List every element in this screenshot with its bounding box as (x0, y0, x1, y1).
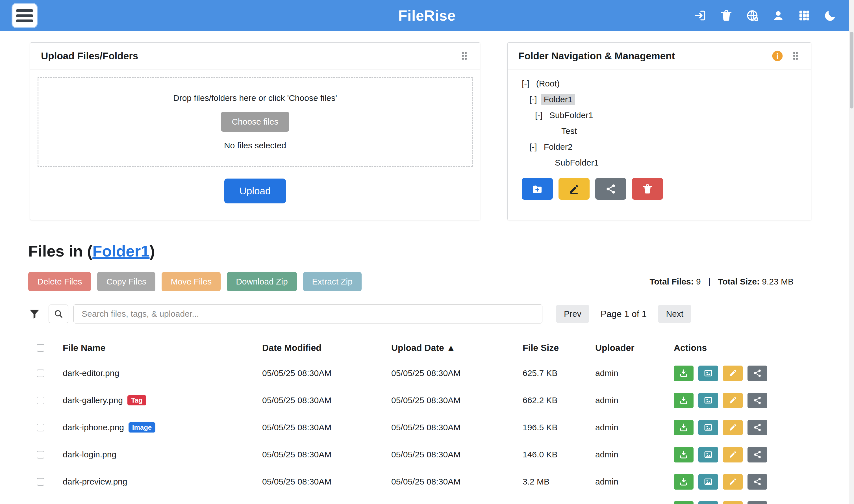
row-checkbox[interactable] (37, 370, 44, 377)
preview-image-icon[interactable] (698, 474, 718, 490)
tree-toggle[interactable]: [-] (522, 79, 529, 88)
row-checkbox[interactable] (37, 478, 44, 486)
file-dropzone[interactable]: Drop files/folders here or click 'Choose… (38, 77, 473, 167)
next-page-button[interactable]: Next (658, 305, 691, 323)
tree-label-root[interactable]: (Root) (533, 78, 562, 89)
upload-card-title: Upload Files/Folders (41, 50, 460, 61)
share-folder-button[interactable] (595, 178, 626, 200)
tree-toggle[interactable]: [-] (535, 110, 543, 120)
preview-image-icon[interactable] (698, 365, 718, 381)
menu-icon[interactable] (13, 4, 37, 27)
search-icon (54, 309, 63, 319)
move-files-button[interactable]: Move Files (162, 272, 221, 291)
page-scrollbar[interactable] (849, 0, 854, 504)
download-icon[interactable] (674, 447, 693, 463)
select-all-checkbox[interactable] (37, 344, 44, 352)
header-icon-group (693, 9, 837, 22)
edit-icon[interactable] (723, 393, 743, 408)
uploader: admin (595, 368, 674, 378)
share-icon[interactable] (747, 501, 767, 504)
totals-separator: | (708, 277, 710, 286)
create-folder-button[interactable] (522, 178, 553, 200)
copy-files-button[interactable]: Copy Files (97, 272, 156, 291)
share-icon[interactable] (747, 474, 767, 490)
date-modified: 05/05/25 08:30AM (262, 422, 391, 432)
tree-toggle[interactable]: [-] (529, 95, 537, 104)
preview-image-icon[interactable] (698, 420, 718, 435)
choose-files-button[interactable]: Choose files (221, 112, 289, 132)
share-globe-icon[interactable] (746, 9, 759, 22)
share-icon[interactable] (747, 393, 767, 408)
edit-icon[interactable] (723, 365, 743, 381)
download-zip-button[interactable]: Download Zip (227, 272, 297, 291)
folder-action-buttons (522, 178, 811, 200)
edit-icon[interactable] (723, 447, 743, 463)
date-modified: 05/05/25 08:30AM (262, 450, 391, 460)
folder-card: Folder Navigation & Management [-] (Root… (507, 42, 811, 220)
grid-view-icon[interactable] (798, 9, 811, 22)
rename-folder-button[interactable] (559, 178, 589, 200)
edit-icon[interactable] (723, 420, 743, 435)
scrollbar-thumb[interactable] (850, 32, 853, 108)
download-icon[interactable] (674, 365, 693, 381)
prev-page-button[interactable]: Prev (556, 305, 589, 323)
row-checkbox[interactable] (37, 397, 44, 404)
download-icon[interactable] (674, 474, 693, 490)
share-icon[interactable] (747, 447, 767, 463)
col-upload-date[interactable]: Upload Date ▲ (391, 343, 523, 353)
tree-label-subfolder1[interactable]: SubFolder1 (547, 110, 596, 121)
user-icon[interactable] (771, 9, 785, 22)
sign-in-icon[interactable] (693, 9, 707, 22)
upload-button[interactable]: Upload (224, 179, 286, 203)
file-size: 625.7 KB (523, 368, 595, 378)
dropzone-text: Drop files/folders here or click 'Choose… (173, 93, 337, 103)
upload-card-body: Drop files/folders here or click 'Choose… (30, 70, 480, 203)
upload-date: 05/05/25 08:30AM (391, 396, 523, 405)
col-uploader[interactable]: Uploader (595, 343, 674, 353)
delete-files-button[interactable]: Delete Files (28, 272, 91, 291)
col-file-size[interactable]: File Size (523, 343, 595, 353)
drag-handle-icon[interactable] (460, 50, 469, 62)
tree-label-folder2[interactable]: Folder2 (541, 141, 576, 152)
row-checkbox[interactable] (37, 424, 44, 431)
tree-item-test: Test (508, 123, 811, 139)
trash-icon[interactable] (720, 9, 733, 22)
dark-mode-icon[interactable] (823, 9, 837, 22)
row-checkbox[interactable] (37, 451, 44, 458)
upload-date: 05/05/25 08:30AM (391, 422, 523, 432)
col-date-modified[interactable]: Date Modified (262, 343, 391, 353)
upload-card-header: Upload Files/Folders (30, 43, 480, 70)
extract-zip-button[interactable]: Extract Zip (303, 272, 362, 291)
drag-handle-icon[interactable] (791, 50, 800, 62)
preview-image-icon[interactable] (698, 501, 718, 504)
table-header-row: File Name Date Modified Upload Date ▲ Fi… (28, 336, 812, 360)
folder-card-title: Folder Navigation & Management (519, 50, 771, 61)
tree-item-folder1: [-] Folder1 (508, 92, 811, 107)
col-file-name[interactable]: File Name (63, 343, 262, 353)
edit-icon[interactable] (723, 501, 743, 504)
share-icon[interactable] (747, 420, 767, 435)
edit-icon[interactable] (723, 474, 743, 490)
search-button[interactable] (49, 305, 68, 323)
preview-image-icon[interactable] (698, 393, 718, 408)
info-icon[interactable] (771, 50, 783, 62)
download-icon[interactable] (674, 393, 693, 408)
row-actions (674, 447, 812, 463)
share-icon[interactable] (747, 365, 767, 381)
tree-item-folder2: [-] Folder2 (508, 139, 811, 155)
tree-label-folder1[interactable]: Folder1 (541, 94, 576, 105)
file-name: dark-editor.png (63, 368, 119, 378)
delete-folder-button[interactable] (632, 178, 663, 200)
upload-date: 05/05/25 08:30AM (391, 450, 523, 460)
tree-toggle[interactable]: [-] (529, 142, 537, 152)
tree-label-test[interactable]: Test (559, 125, 580, 137)
uploader: admin (595, 477, 674, 486)
row-actions (674, 474, 812, 490)
current-folder-link[interactable]: Folder1 (92, 242, 149, 260)
download-icon[interactable] (674, 501, 693, 504)
search-input[interactable] (73, 304, 542, 323)
tree-label-subfolder1-2[interactable]: SubFolder1 (552, 157, 601, 168)
preview-image-icon[interactable] (698, 447, 718, 463)
filter-icon[interactable] (28, 308, 41, 320)
download-icon[interactable] (674, 420, 693, 435)
